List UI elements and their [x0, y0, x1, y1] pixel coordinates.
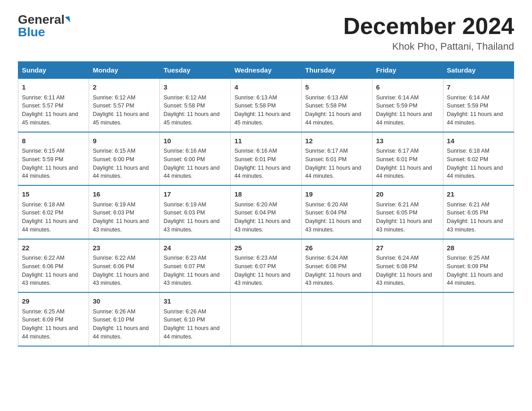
day-number: 17: [163, 189, 227, 200]
calendar-cell: 3Sunrise: 6:12 AMSunset: 5:58 PMDaylight…: [160, 79, 231, 132]
day-number: 13: [376, 136, 439, 146]
location-subtitle: Khok Pho, Pattani, Thailand: [343, 41, 514, 52]
calendar-cell: 12Sunrise: 6:17 AMSunset: 6:01 PMDayligh…: [301, 132, 372, 186]
calendar-cell: 24Sunrise: 6:23 AMSunset: 6:07 PMDayligh…: [160, 239, 231, 293]
day-number: 9: [93, 136, 156, 146]
day-number: 15: [22, 189, 85, 200]
day-number: 24: [163, 243, 227, 253]
day-number: 3: [163, 82, 227, 93]
day-number: 4: [234, 82, 297, 93]
calendar-cell: 31Sunrise: 6:26 AMSunset: 6:10 PMDayligh…: [160, 292, 231, 346]
calendar-cell: 22Sunrise: 6:22 AMSunset: 6:06 PMDayligh…: [18, 239, 89, 293]
logo-blue-text: Blue: [18, 26, 45, 39]
title-section: December 2024 Khok Pho, Pattani, Thailan…: [343, 13, 514, 52]
calendar-cell: [372, 292, 443, 346]
day-number: 19: [305, 189, 369, 200]
day-number: 8: [22, 136, 85, 146]
logo-general-text: General: [18, 13, 64, 26]
calendar-cell: 21Sunrise: 6:21 AMSunset: 6:05 PMDayligh…: [443, 185, 514, 239]
header-tuesday: Tuesday: [160, 62, 231, 79]
day-number: 7: [447, 82, 510, 93]
calendar-cell: 29Sunrise: 6:25 AMSunset: 6:09 PMDayligh…: [18, 292, 89, 346]
header-sunday: Sunday: [18, 62, 89, 79]
calendar-cell: 15Sunrise: 6:18 AMSunset: 6:02 PMDayligh…: [18, 185, 89, 239]
day-number: 6: [376, 82, 439, 93]
header-wednesday: Wednesday: [231, 62, 301, 79]
day-number: 2: [93, 82, 156, 93]
calendar-cell: 6Sunrise: 6:14 AMSunset: 5:59 PMDaylight…: [372, 79, 443, 132]
header-thursday: Thursday: [301, 62, 372, 79]
day-number: 20: [376, 189, 439, 200]
calendar-cell: 10Sunrise: 6:16 AMSunset: 6:00 PMDayligh…: [160, 132, 231, 186]
header-friday: Friday: [372, 62, 443, 79]
calendar-cell: 23Sunrise: 6:22 AMSunset: 6:06 PMDayligh…: [89, 239, 160, 293]
day-number: 23: [93, 243, 156, 253]
calendar-cell: 11Sunrise: 6:16 AMSunset: 6:01 PMDayligh…: [231, 132, 301, 186]
header-monday: Monday: [89, 62, 160, 79]
calendar-week-row: 15Sunrise: 6:18 AMSunset: 6:02 PMDayligh…: [18, 185, 514, 239]
calendar-cell: 16Sunrise: 6:19 AMSunset: 6:03 PMDayligh…: [89, 185, 160, 239]
day-number: 14: [447, 136, 510, 146]
day-number: 28: [447, 243, 510, 253]
calendar-cell: [443, 292, 514, 346]
logo: General Blue: [18, 13, 70, 39]
day-number: 18: [234, 189, 297, 200]
day-number: 12: [305, 136, 369, 146]
calendar-week-row: 29Sunrise: 6:25 AMSunset: 6:09 PMDayligh…: [18, 292, 514, 346]
day-number: 30: [93, 296, 156, 307]
day-number: 27: [376, 243, 439, 253]
calendar-cell: 5Sunrise: 6:13 AMSunset: 5:58 PMDaylight…: [301, 79, 372, 132]
calendar-cell: 8Sunrise: 6:15 AMSunset: 5:59 PMDaylight…: [18, 132, 89, 186]
calendar-week-row: 1Sunrise: 6:11 AMSunset: 5:57 PMDaylight…: [18, 79, 514, 132]
calendar-header-row: SundayMondayTuesdayWednesdayThursdayFrid…: [18, 62, 514, 79]
calendar-cell: 19Sunrise: 6:20 AMSunset: 6:04 PMDayligh…: [301, 185, 372, 239]
day-number: 21: [447, 189, 510, 200]
day-number: 31: [163, 296, 227, 307]
day-number: 16: [93, 189, 156, 200]
calendar-cell: 14Sunrise: 6:18 AMSunset: 6:02 PMDayligh…: [443, 132, 514, 186]
calendar-cell: 13Sunrise: 6:17 AMSunset: 6:01 PMDayligh…: [372, 132, 443, 186]
calendar-cell: 9Sunrise: 6:15 AMSunset: 6:00 PMDaylight…: [89, 132, 160, 186]
calendar-week-row: 22Sunrise: 6:22 AMSunset: 6:06 PMDayligh…: [18, 239, 514, 293]
page-header: General Blue December 2024 Khok Pho, Pat…: [18, 13, 514, 52]
calendar-cell: 18Sunrise: 6:20 AMSunset: 6:04 PMDayligh…: [231, 185, 301, 239]
calendar-cell: [231, 292, 301, 346]
day-number: 26: [305, 243, 369, 253]
calendar-cell: 7Sunrise: 6:14 AMSunset: 5:59 PMDaylight…: [443, 79, 514, 132]
day-number: 25: [234, 243, 297, 253]
day-number: 1: [22, 82, 85, 93]
calendar-cell: 2Sunrise: 6:12 AMSunset: 5:57 PMDaylight…: [89, 79, 160, 132]
calendar-cell: 25Sunrise: 6:23 AMSunset: 6:07 PMDayligh…: [231, 239, 301, 293]
calendar-cell: 4Sunrise: 6:13 AMSunset: 5:58 PMDaylight…: [231, 79, 301, 132]
header-saturday: Saturday: [443, 62, 514, 79]
calendar-week-row: 8Sunrise: 6:15 AMSunset: 5:59 PMDaylight…: [18, 132, 514, 186]
month-title: December 2024: [343, 13, 514, 39]
calendar-cell: 17Sunrise: 6:19 AMSunset: 6:03 PMDayligh…: [160, 185, 231, 239]
day-number: 10: [163, 136, 227, 146]
day-number: 29: [22, 296, 85, 307]
day-number: 5: [305, 82, 369, 93]
calendar-cell: 30Sunrise: 6:26 AMSunset: 6:10 PMDayligh…: [89, 292, 160, 346]
calendar-cell: 26Sunrise: 6:24 AMSunset: 6:08 PMDayligh…: [301, 239, 372, 293]
calendar-cell: 20Sunrise: 6:21 AMSunset: 6:05 PMDayligh…: [372, 185, 443, 239]
calendar-cell: [301, 292, 372, 346]
day-number: 22: [22, 243, 85, 253]
calendar-cell: 28Sunrise: 6:25 AMSunset: 6:09 PMDayligh…: [443, 239, 514, 293]
calendar-cell: 27Sunrise: 6:24 AMSunset: 6:08 PMDayligh…: [372, 239, 443, 293]
calendar-cell: 1Sunrise: 6:11 AMSunset: 5:57 PMDaylight…: [18, 79, 89, 132]
calendar-table: SundayMondayTuesdayWednesdayThursdayFrid…: [18, 61, 514, 347]
day-number: 11: [234, 136, 297, 146]
logo-triangle-icon: [65, 16, 70, 23]
